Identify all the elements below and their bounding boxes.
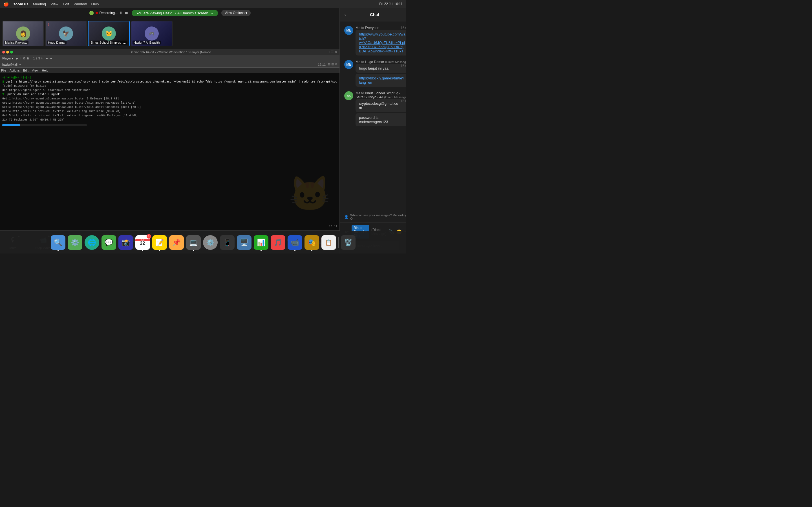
vm-menu-actions[interactable]: Actions	[10, 69, 20, 72]
dock-stickies[interactable]: 📌	[169, 235, 184, 250]
dock-music[interactable]: 🎵	[271, 235, 285, 250]
apple-icon[interactable]: 🍎	[3, 1, 9, 7]
dock-colorsync[interactable]: 🎭	[305, 235, 319, 250]
chat-messages-container[interactable]: ME Me to Everyone 16.00 https://www.yout…	[340, 21, 406, 211]
screen-share-area: Debian 10x 64-bit - VMware Workstation 1…	[0, 49, 340, 230]
dock-prefs[interactable]: ⚙️	[203, 235, 218, 250]
chat-row-2: ME Me to Hugo Damar (Direct Message) 16.…	[344, 60, 406, 87]
thumbnail-hugo[interactable]: 🦅 🎙 Hugo Damar	[45, 21, 87, 46]
terminal-line-2: $ curl -s https://ngrok-agent.s3.amazona…	[2, 80, 337, 84]
chat-bubble-password: password is: codeavengers123	[356, 113, 406, 126]
terminal-timestamp: 16:11	[329, 225, 337, 228]
chat-avatar-2: ME	[344, 60, 353, 69]
terminal-line-4: deb https://ngrok-agent.s3.amazonaws.com…	[2, 88, 337, 93]
calendar-badge: 1	[147, 234, 151, 238]
menu-help[interactable]: Help	[91, 2, 99, 6]
recording-indicator: 🟢 Recording... ⏸ ⏹	[89, 11, 129, 15]
dock-remote[interactable]: 🖥️	[237, 235, 252, 250]
menubar-right: Fri 22 Jul 16:11	[379, 2, 403, 6]
dock-messages[interactable]: 💬	[101, 235, 116, 250]
vm-title: Debian 10x 64-bit - VMware Workstation 1…	[13, 50, 327, 54]
share-status-banner: You are viewing Haziq_7 Al Baasith's scr…	[132, 10, 218, 16]
terminal-line-3: [sudo] password for haziq:	[2, 84, 337, 88]
chat-title: Chat	[370, 12, 379, 17]
progress-bar-fill	[2, 124, 20, 126]
share-banner-bar: 🟢 Recording... ⏸ ⏹ You are viewing Haziq…	[0, 8, 340, 18]
terminal-line-11: 21% [5 Packages 3,767 kB/16.4 MB 26%]	[2, 118, 337, 122]
vm-menu: File Actions Edit View Help	[0, 68, 340, 73]
terminal-line-1: -(haziq@kali)-[~]	[2, 75, 337, 80]
vm-outer-titlebar: Debian 10x 64-bit - VMware Workstation 1…	[0, 49, 340, 55]
chat-bubble-email: cryptocodecg@gmail.com	[356, 99, 406, 112]
recording-label: Recording...	[100, 11, 118, 15]
dock-vmware[interactable]: 💻	[186, 235, 201, 250]
chat-content-1: Me to Everyone 16.00 https://www.youtube…	[356, 26, 406, 55]
dock-trash[interactable]: 🗑️	[341, 235, 356, 250]
progress-bar-bg	[2, 124, 87, 126]
terminal-line-5: $ update && sudo apt install ngrok	[2, 93, 337, 97]
chat-meta-1: Me to Everyone 16.00	[356, 26, 406, 30]
chat-meta-2: Me to Hugo Damar (Direct Message) 16.02	[356, 60, 406, 64]
vm-menu-view[interactable]: View	[32, 69, 39, 72]
chat-bubble-youtube[interactable]: https://www.youtube.com/watch?v=YAQaU6JQ…	[356, 30, 406, 55]
terminal-line-8: Get:3 https://ngrok-agent.s3.amazonaws.c…	[2, 105, 337, 109]
chat-row-3: BS Me to Binus School Simprug - Seira Su…	[344, 91, 406, 126]
chat-avatar-1: ME	[344, 26, 353, 35]
vm-menu-help[interactable]: Help	[42, 69, 48, 72]
menu-edit[interactable]: Edit	[63, 2, 69, 6]
dock-activity[interactable]: 📊	[254, 235, 268, 250]
vm-menu-file[interactable]: File	[1, 69, 6, 72]
thumbnail-binus[interactable]: 🐱 Binus School Simprug -...	[88, 21, 130, 46]
chat-bubble-hugo-1: hugo lanjut ini yaa	[356, 64, 406, 73]
terminal-line-7: Get:2 https://ngrok-agent.s3.amazonaws.c…	[2, 101, 337, 105]
view-options-button[interactable]: View Options ▾	[221, 10, 251, 16]
dock-calendar[interactable]: JUL 22 1	[135, 235, 150, 250]
thumbnail-name-marisa: Marisa Paryasto	[4, 41, 29, 45]
dock-separator	[338, 237, 339, 248]
chat-group-3: BS Me to Binus School Simprug - Seira Su…	[344, 91, 406, 126]
thumbnail-marisa[interactable]: 👩 Marisa Paryasto	[2, 21, 44, 46]
chat-meta-3: Me to Binus School Simprug - Seira Sulis…	[356, 91, 406, 99]
dock-iphone[interactable]: 📱	[220, 235, 235, 250]
thumbnails-strip: 👩 Marisa Paryasto 🦅 🎙 Hugo Damar 🐱 Binus…	[0, 18, 340, 49]
video-section: 🟢 Recording... ⏸ ⏹ You are viewing Haziq…	[0, 8, 340, 253]
terminal-body: -(haziq@kali)-[~] $ curl -s https://ngro…	[0, 73, 340, 230]
chat-content-3: Me to Binus School Simprug - Seira Sulis…	[356, 91, 406, 126]
dock-notes[interactable]: 📝	[152, 235, 167, 250]
privacy-notice: 👤 Who can see your messages? Recording O…	[340, 211, 406, 223]
share-status-text: You are viewing Haziq_7 Al Baasith's scr…	[136, 11, 208, 15]
dock: 🔍 ⚙️ 🌐 💬 📸 JUL 22 1 📝 📌 💻 ⚙️ 📱 🖥️	[0, 231, 406, 253]
menubar: 🍎 zoom.us Meeting View Edit Window Help …	[0, 0, 406, 8]
menubar-time: Fri 22 Jul 16:11	[379, 2, 403, 6]
menu-meeting[interactable]: Meeting	[33, 2, 46, 6]
cat-bg-decoration: 🐱	[289, 174, 334, 225]
chat-row-1: ME Me to Everyone 16.00 https://www.yout…	[344, 26, 406, 55]
menu-window[interactable]: Window	[73, 2, 87, 6]
privacy-text: Who can see your messages? Recording On	[350, 214, 406, 220]
dock-photos[interactable]: 📸	[118, 235, 133, 250]
terminal-line-6: Get:1 https://ngrok-agent.s3.amazonaws.c…	[2, 97, 337, 101]
vm-toolbar: Player ▾ ▶ ⏸ ⚙ 🖥 1 2 3 4 ↩ ↪	[0, 55, 340, 61]
dock-finder[interactable]: 🔍	[51, 235, 65, 250]
terminal-line-9: Get:4 http://kali.cs.nctu.edu.tw/kali ka…	[2, 109, 337, 114]
menu-view[interactable]: View	[50, 2, 58, 6]
chat-panel: ‹ Chat ME Me to Everyone 16.00	[340, 8, 406, 253]
thumbnail-name-hugo: Hugo Damar	[47, 41, 66, 45]
chat-bubble-blockly[interactable]: https://blockly.games/turtle?lang=en	[356, 74, 406, 87]
vm-inner-titlebar: haziq@kali: ~ 16:11 ⊟ ⊡ ✕	[0, 61, 340, 68]
dock-textedit[interactable]: 📋	[321, 235, 336, 250]
app-name: zoom.us	[13, 2, 29, 6]
dock-safari[interactable]: 🌐	[85, 235, 99, 250]
vm-menu-edit[interactable]: Edit	[23, 69, 29, 72]
dock-zoom[interactable]: 📹	[288, 235, 302, 250]
thumbnail-name-binus: Binus School Simprug -...	[90, 41, 127, 45]
thumbnail-name-haziq: Haziq_7 Al Baasith	[133, 41, 161, 45]
chat-group-2: ME Me to Hugo Damar (Direct Message) 16.…	[344, 60, 406, 87]
chat-collapse-button[interactable]: ‹	[344, 12, 346, 17]
dock-launchpad[interactable]: ⚙️	[68, 235, 82, 250]
hugo-mic-icon: 🎙	[47, 22, 50, 26]
chat-content-2: Me to Hugo Damar (Direct Message) 16.02 …	[356, 60, 406, 87]
chat-avatar-3: BS	[344, 91, 353, 100]
terminal-line-10: Get:5 http://kali.cs.nctu.edu.tw/kali ka…	[2, 114, 337, 118]
thumbnail-haziq[interactable]: 🎮 Haziq_7 Al Baasith	[131, 21, 172, 46]
